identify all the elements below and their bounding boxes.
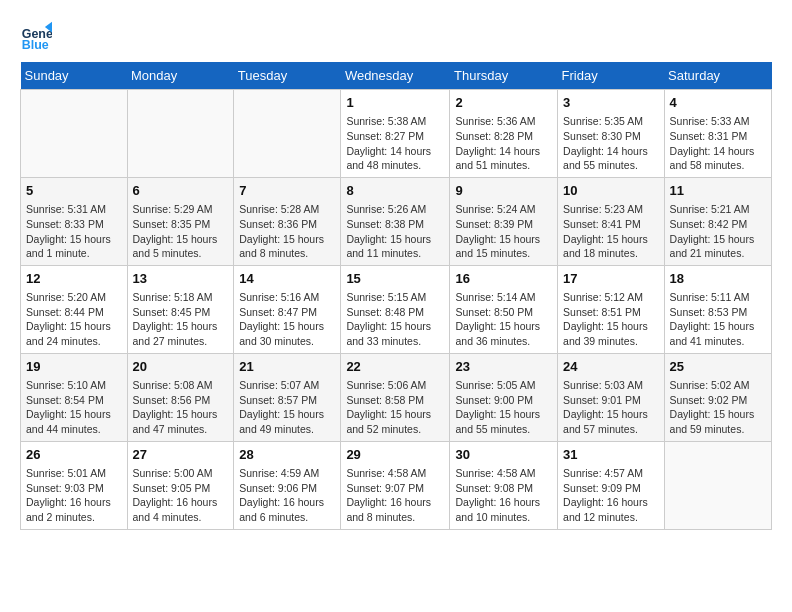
day-info: Sunrise: 5:01 AM	[26, 466, 122, 481]
calendar-cell: 17Sunrise: 5:12 AMSunset: 8:51 PMDayligh…	[558, 265, 665, 353]
page-header: General Blue	[20, 20, 772, 52]
day-info: and 55 minutes.	[563, 158, 659, 173]
day-info: and 8 minutes.	[239, 246, 335, 261]
day-number: 20	[133, 358, 229, 376]
day-info: and 4 minutes.	[133, 510, 229, 525]
day-info: Daylight: 15 hours	[26, 232, 122, 247]
day-info: Sunrise: 5:23 AM	[563, 202, 659, 217]
day-number: 4	[670, 94, 766, 112]
day-info: Sunset: 8:50 PM	[455, 305, 552, 320]
day-header-tuesday: Tuesday	[234, 62, 341, 90]
week-row-3: 12Sunrise: 5:20 AMSunset: 8:44 PMDayligh…	[21, 265, 772, 353]
calendar-cell: 11Sunrise: 5:21 AMSunset: 8:42 PMDayligh…	[664, 177, 771, 265]
day-info: Sunset: 8:42 PM	[670, 217, 766, 232]
day-info: Daylight: 15 hours	[133, 232, 229, 247]
day-info: Sunrise: 5:08 AM	[133, 378, 229, 393]
day-info: Sunset: 8:27 PM	[346, 129, 444, 144]
day-number: 14	[239, 270, 335, 288]
day-number: 5	[26, 182, 122, 200]
calendar-cell: 9Sunrise: 5:24 AMSunset: 8:39 PMDaylight…	[450, 177, 558, 265]
day-info: Sunrise: 5:00 AM	[133, 466, 229, 481]
day-number: 13	[133, 270, 229, 288]
day-number: 29	[346, 446, 444, 464]
day-info: and 30 minutes.	[239, 334, 335, 349]
day-number: 23	[455, 358, 552, 376]
day-info: Sunrise: 5:10 AM	[26, 378, 122, 393]
day-info: and 39 minutes.	[563, 334, 659, 349]
day-number: 18	[670, 270, 766, 288]
day-info: Sunrise: 5:07 AM	[239, 378, 335, 393]
calendar-cell: 25Sunrise: 5:02 AMSunset: 9:02 PMDayligh…	[664, 353, 771, 441]
calendar-cell	[21, 90, 128, 178]
calendar-cell: 29Sunrise: 4:58 AMSunset: 9:07 PMDayligh…	[341, 441, 450, 529]
day-info: Daylight: 15 hours	[26, 407, 122, 422]
day-info: Sunset: 9:06 PM	[239, 481, 335, 496]
day-info: and 33 minutes.	[346, 334, 444, 349]
week-row-2: 5Sunrise: 5:31 AMSunset: 8:33 PMDaylight…	[21, 177, 772, 265]
calendar-cell: 5Sunrise: 5:31 AMSunset: 8:33 PMDaylight…	[21, 177, 128, 265]
day-info: Sunset: 9:02 PM	[670, 393, 766, 408]
day-info: Sunset: 8:30 PM	[563, 129, 659, 144]
logo-icon: General Blue	[20, 20, 52, 52]
day-info: Sunset: 8:35 PM	[133, 217, 229, 232]
day-info: Daylight: 16 hours	[133, 495, 229, 510]
day-number: 8	[346, 182, 444, 200]
day-number: 31	[563, 446, 659, 464]
day-info: Daylight: 15 hours	[239, 319, 335, 334]
calendar-cell: 2Sunrise: 5:36 AMSunset: 8:28 PMDaylight…	[450, 90, 558, 178]
day-info: Sunset: 8:28 PM	[455, 129, 552, 144]
day-number: 21	[239, 358, 335, 376]
calendar-cell: 14Sunrise: 5:16 AMSunset: 8:47 PMDayligh…	[234, 265, 341, 353]
day-info: Sunrise: 5:14 AM	[455, 290, 552, 305]
day-info: Sunset: 9:08 PM	[455, 481, 552, 496]
day-info: Daylight: 15 hours	[670, 319, 766, 334]
day-info: and 55 minutes.	[455, 422, 552, 437]
day-info: Sunset: 8:31 PM	[670, 129, 766, 144]
day-info: Sunset: 9:07 PM	[346, 481, 444, 496]
day-info: and 2 minutes.	[26, 510, 122, 525]
day-info: Sunset: 8:47 PM	[239, 305, 335, 320]
day-info: Sunrise: 5:02 AM	[670, 378, 766, 393]
calendar-table: SundayMondayTuesdayWednesdayThursdayFrid…	[20, 62, 772, 530]
day-info: Sunrise: 5:26 AM	[346, 202, 444, 217]
calendar-cell: 3Sunrise: 5:35 AMSunset: 8:30 PMDaylight…	[558, 90, 665, 178]
day-number: 12	[26, 270, 122, 288]
day-number: 25	[670, 358, 766, 376]
day-info: and 11 minutes.	[346, 246, 444, 261]
calendar-cell: 6Sunrise: 5:29 AMSunset: 8:35 PMDaylight…	[127, 177, 234, 265]
calendar-cell: 21Sunrise: 5:07 AMSunset: 8:57 PMDayligh…	[234, 353, 341, 441]
calendar-cell: 18Sunrise: 5:11 AMSunset: 8:53 PMDayligh…	[664, 265, 771, 353]
day-info: Daylight: 15 hours	[563, 319, 659, 334]
week-row-4: 19Sunrise: 5:10 AMSunset: 8:54 PMDayligh…	[21, 353, 772, 441]
calendar-cell: 15Sunrise: 5:15 AMSunset: 8:48 PMDayligh…	[341, 265, 450, 353]
day-info: Daylight: 16 hours	[26, 495, 122, 510]
day-info: and 1 minute.	[26, 246, 122, 261]
day-info: and 44 minutes.	[26, 422, 122, 437]
calendar-cell: 31Sunrise: 4:57 AMSunset: 9:09 PMDayligh…	[558, 441, 665, 529]
day-info: Sunset: 8:41 PM	[563, 217, 659, 232]
calendar-cell: 20Sunrise: 5:08 AMSunset: 8:56 PMDayligh…	[127, 353, 234, 441]
day-info: Daylight: 15 hours	[455, 232, 552, 247]
calendar-cell: 13Sunrise: 5:18 AMSunset: 8:45 PMDayligh…	[127, 265, 234, 353]
calendar-cell: 23Sunrise: 5:05 AMSunset: 9:00 PMDayligh…	[450, 353, 558, 441]
day-info: Sunrise: 5:31 AM	[26, 202, 122, 217]
day-info: and 57 minutes.	[563, 422, 659, 437]
day-number: 22	[346, 358, 444, 376]
calendar-cell	[664, 441, 771, 529]
day-info: Sunset: 9:03 PM	[26, 481, 122, 496]
day-info: Daylight: 14 hours	[563, 144, 659, 159]
calendar-cell: 8Sunrise: 5:26 AMSunset: 8:38 PMDaylight…	[341, 177, 450, 265]
day-info: and 48 minutes.	[346, 158, 444, 173]
day-info: and 36 minutes.	[455, 334, 552, 349]
day-info: Sunset: 9:00 PM	[455, 393, 552, 408]
day-number: 15	[346, 270, 444, 288]
day-info: Sunset: 8:39 PM	[455, 217, 552, 232]
day-info: Sunrise: 5:36 AM	[455, 114, 552, 129]
day-info: and 24 minutes.	[26, 334, 122, 349]
day-header-saturday: Saturday	[664, 62, 771, 90]
day-info: Sunset: 8:36 PM	[239, 217, 335, 232]
day-number: 1	[346, 94, 444, 112]
day-info: Sunrise: 5:06 AM	[346, 378, 444, 393]
week-row-5: 26Sunrise: 5:01 AMSunset: 9:03 PMDayligh…	[21, 441, 772, 529]
day-info: Sunset: 8:44 PM	[26, 305, 122, 320]
